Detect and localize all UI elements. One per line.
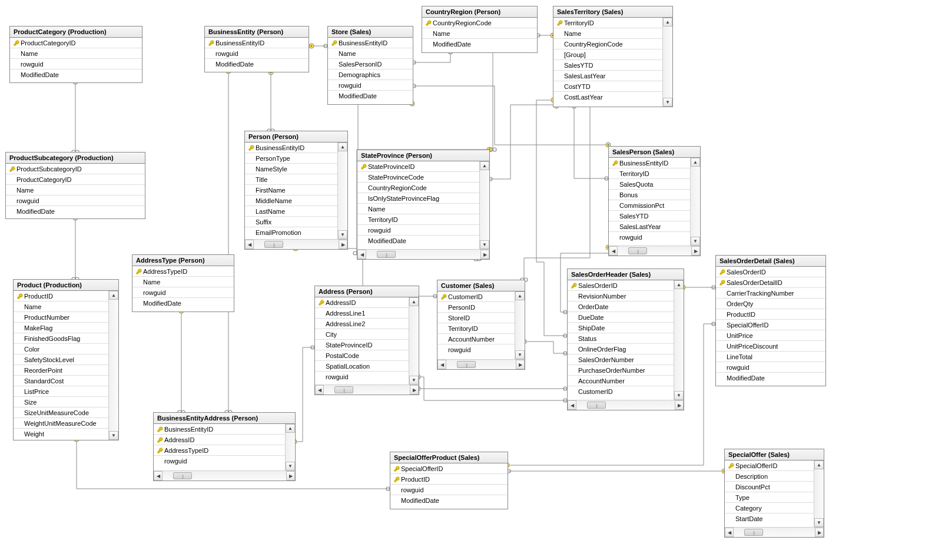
vertical-scrollbar[interactable]: ▲▼	[108, 291, 118, 440]
column-row[interactable]: NameStyle	[245, 164, 337, 174]
column-row[interactable]: AccountNumber	[568, 376, 674, 386]
column-row[interactable]: BusinessEntityID	[328, 38, 413, 48]
column-row[interactable]: OrderQty	[716, 299, 825, 309]
table-header[interactable]: SpecialOfferProduct (Sales)	[390, 452, 508, 463]
relationship-line[interactable]	[412, 52, 450, 62]
table-header[interactable]: Product (Production)	[14, 280, 118, 291]
scroll-down-icon[interactable]: ▼	[663, 98, 672, 107]
column-row[interactable]: rowguid	[315, 372, 409, 382]
column-row[interactable]: LastName	[245, 206, 337, 217]
horizontal-scrollbar[interactable]: ◀|||▶	[609, 246, 700, 256]
column-row[interactable]: Title	[245, 174, 337, 185]
table-businessEntityAddress[interactable]: BusinessEntityAddress (Person)BusinessEn…	[153, 412, 296, 481]
table-header[interactable]: BusinessEntity (Person)	[205, 26, 309, 38]
scrollbar-thumb[interactable]: |||	[377, 251, 396, 258]
column-row[interactable]: SizeUnitMeasureCode	[14, 407, 108, 418]
scroll-up-icon[interactable]: ▲	[480, 161, 489, 170]
table-salesTerritory[interactable]: SalesTerritory (Sales)TerritoryIDNameCou…	[553, 6, 673, 107]
table-productSubcategory[interactable]: ProductSubcategory (Production)ProductSu…	[5, 152, 145, 219]
table-productCategory[interactable]: ProductCategory (Production)ProductCateg…	[9, 26, 142, 83]
scroll-left-icon[interactable]: ◀	[437, 360, 446, 369]
column-row[interactable]: TerritoryID	[357, 214, 479, 225]
column-row[interactable]: Name	[553, 28, 662, 39]
column-row[interactable]: ModifiedDate	[716, 373, 825, 383]
relationship-line[interactable]	[489, 105, 569, 179]
table-store[interactable]: Store (Sales)BusinessEntityIDNameSalesPe…	[327, 26, 413, 105]
vertical-scrollbar[interactable]: ▲▼	[285, 424, 295, 470]
column-row[interactable]: rowguid	[154, 456, 285, 466]
column-row[interactable]: CostLastYear	[553, 92, 662, 102]
column-row[interactable]: SpecialOfferID	[725, 460, 814, 471]
column-row[interactable]: Name	[422, 28, 537, 39]
scrollbar-thumb[interactable]: |||	[334, 386, 353, 393]
scroll-left-icon[interactable]: ◀	[357, 250, 366, 259]
scrollbar-thumb[interactable]: |||	[457, 361, 476, 368]
column-row[interactable]: SalesYTD	[553, 60, 662, 71]
column-row[interactable]: AddressLine1	[315, 308, 409, 319]
table-header[interactable]: BusinessEntityAddress (Person)	[154, 413, 295, 424]
horizontal-scrollbar[interactable]: ◀|||▶	[568, 400, 684, 410]
column-row[interactable]: TerritoryID	[553, 18, 662, 28]
table-header[interactable]: SalesTerritory (Sales)	[553, 6, 672, 18]
column-row[interactable]: rowguid	[328, 80, 413, 91]
column-row[interactable]: SpatialLocation	[315, 361, 409, 372]
column-row[interactable]: rowguid	[609, 232, 690, 242]
column-row[interactable]: Bonus	[609, 190, 690, 200]
column-row[interactable]: BusinessEntityID	[154, 424, 285, 435]
column-row[interactable]: DueDate	[568, 312, 674, 323]
table-addressType[interactable]: AddressType (Person)AddressTypeIDNamerow…	[132, 254, 234, 312]
column-row[interactable]: StartDate	[725, 513, 814, 523]
table-header[interactable]: ProductSubcategory (Production)	[6, 153, 145, 164]
scroll-down-icon[interactable]: ▼	[674, 391, 684, 400]
column-row[interactable]: AddressLine2	[315, 319, 409, 329]
table-header[interactable]: AddressType (Person)	[132, 255, 234, 266]
scroll-left-icon[interactable]: ◀	[154, 471, 163, 481]
column-row[interactable]: EmailPromotion	[245, 227, 337, 237]
relationship-line[interactable]	[418, 389, 567, 400]
column-row[interactable]: ModifiedDate	[132, 298, 234, 308]
column-row[interactable]: SalesLastYear	[609, 221, 690, 232]
column-row[interactable]: [Group]	[553, 49, 662, 60]
column-row[interactable]: CommissionPct	[609, 200, 690, 211]
column-row[interactable]: Demographics	[328, 69, 413, 80]
column-row[interactable]: DiscountPct	[725, 482, 814, 492]
table-product[interactable]: Product (Production)ProductIDNameProduct…	[13, 279, 119, 440]
scroll-down-icon[interactable]: ▼	[691, 237, 700, 246]
column-row[interactable]: SalesLastYear	[553, 71, 662, 81]
column-row[interactable]: ProductNumber	[14, 312, 108, 323]
column-row[interactable]: Size	[14, 397, 108, 407]
column-row[interactable]: BusinessEntityID	[245, 143, 337, 153]
column-row[interactable]: UnitPriceDiscount	[716, 341, 825, 352]
column-row[interactable]: IsOnlyStateProvinceFlag	[357, 193, 479, 204]
table-header[interactable]: ProductCategory (Production)	[10, 26, 142, 38]
scroll-right-icon[interactable]: ▶	[675, 400, 684, 410]
scroll-right-icon[interactable]: ▶	[691, 246, 700, 256]
column-row[interactable]: AddressID	[315, 297, 409, 308]
table-header[interactable]: SalesOrderDetail (Sales)	[716, 256, 825, 267]
column-row[interactable]: Color	[14, 344, 108, 354]
table-countryRegion[interactable]: CountryRegion (Person)CountryRegionCodeN…	[422, 6, 538, 53]
column-row[interactable]: rowguid	[357, 225, 479, 236]
vertical-scrollbar[interactable]: ▲▼	[674, 280, 684, 400]
column-row[interactable]: AddressTypeID	[132, 266, 234, 277]
column-row[interactable]: Suffix	[245, 217, 337, 227]
column-row[interactable]: CustomerID	[437, 291, 515, 302]
scroll-up-icon[interactable]: ▲	[515, 291, 525, 300]
column-row[interactable]: SalesYTD	[609, 211, 690, 221]
scroll-down-icon[interactable]: ▼	[338, 230, 347, 239]
column-row[interactable]: Weight	[14, 429, 108, 439]
column-row[interactable]: rowguid	[10, 59, 142, 69]
table-person[interactable]: Person (Person)BusinessEntityIDPersonTyp…	[244, 131, 348, 250]
table-specialOfferProduct[interactable]: SpecialOfferProduct (Sales)SpecialOfferI…	[390, 452, 508, 509]
scroll-up-icon[interactable]: ▲	[409, 297, 419, 306]
table-header[interactable]: Customer (Sales)	[437, 280, 525, 291]
table-header[interactable]: SalesOrderHeader (Sales)	[568, 269, 684, 280]
column-row[interactable]: PersonID	[437, 302, 515, 313]
column-row[interactable]: Name	[10, 48, 142, 59]
scroll-down-icon[interactable]: ▼	[480, 240, 489, 249]
scroll-right-icon[interactable]: ▶	[815, 528, 824, 537]
vertical-scrollbar[interactable]: ▲▼	[814, 460, 824, 527]
column-row[interactable]: SalesQuota	[609, 179, 690, 190]
scroll-up-icon[interactable]: ▲	[663, 18, 672, 26]
column-row[interactable]: Category	[725, 503, 814, 513]
